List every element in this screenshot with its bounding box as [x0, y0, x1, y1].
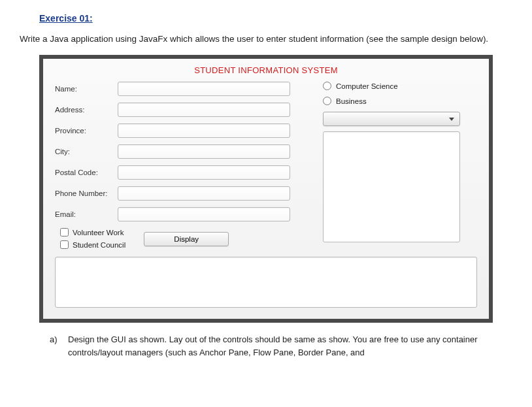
question-marker: a) [50, 333, 60, 359]
phone-label: Phone Number: [55, 189, 118, 197]
question-text: Design the GUI as shown. Lay out of the … [68, 333, 493, 359]
council-label: Student Council [73, 241, 125, 249]
business-radio[interactable] [323, 97, 331, 105]
question-a: a) Design the GUI as shown. Lay out of t… [50, 333, 493, 359]
volunteer-label: Volunteer Work [73, 229, 124, 236]
output-textarea[interactable] [55, 257, 477, 308]
address-label: Address: [55, 106, 118, 114]
province-label: Province: [55, 127, 118, 135]
email-label: Email: [55, 210, 118, 218]
council-checkbox[interactable] [60, 240, 69, 249]
phone-input[interactable] [118, 186, 290, 201]
cs-radio-label: Computer Science [336, 82, 398, 90]
cs-radio[interactable] [323, 82, 331, 90]
name-input[interactable] [118, 82, 290, 96]
business-radio-label: Business [336, 97, 367, 105]
left-column: Name: Address: Province: City: Postal Co… [55, 82, 290, 253]
email-input[interactable] [118, 207, 290, 221]
address-input[interactable] [118, 103, 290, 117]
postal-input[interactable] [118, 165, 290, 180]
name-label: Name: [55, 85, 118, 93]
app-content: STUDENT INFORMATION SYSTEM Name: Address… [43, 59, 489, 319]
city-label: City: [55, 148, 118, 155]
intro-paragraph: Write a Java application using JavaFx wh… [20, 33, 512, 46]
course-listbox[interactable] [323, 131, 460, 242]
province-input[interactable] [118, 123, 290, 138]
course-combobox[interactable] [323, 112, 460, 126]
postal-label: Postal Code: [55, 169, 118, 176]
app-window-frame: STUDENT INFORMATION SYSTEM Name: Address… [39, 55, 493, 323]
volunteer-checkbox[interactable] [60, 228, 69, 236]
display-button[interactable]: Display [144, 232, 229, 246]
exercise-heading: Exercise 01: [39, 13, 512, 24]
app-title: STUDENT INFORMATION SYSTEM [55, 65, 477, 75]
city-input[interactable] [118, 144, 290, 159]
right-column: Computer Science Business [323, 82, 477, 253]
